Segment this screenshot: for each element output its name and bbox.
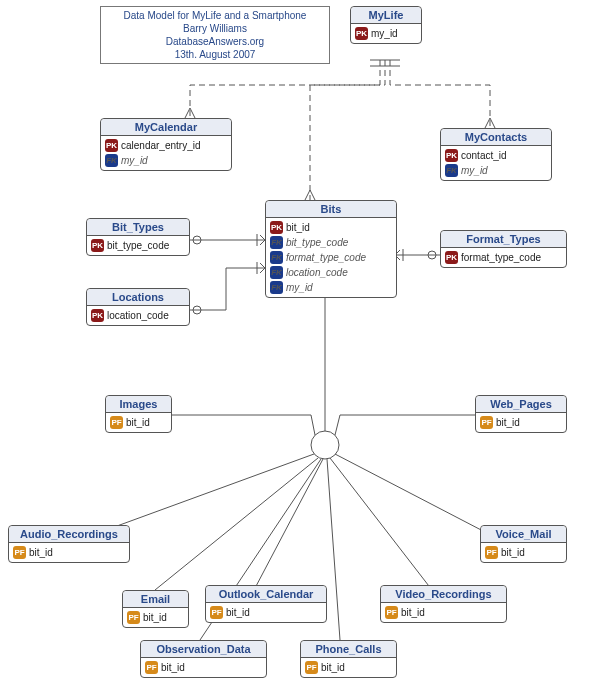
entity-observation-data[interactable]: Observation_Data PFbit_id — [140, 640, 267, 678]
svg-point-3 — [311, 431, 339, 459]
fk-badge-icon: FK — [105, 154, 118, 167]
entity-audio-recordings[interactable]: Audio_Recordings PFbit_id — [8, 525, 130, 563]
entity-phone-calls[interactable]: Phone_Calls PFbit_id — [300, 640, 397, 678]
pk-badge-icon: PK — [270, 221, 283, 234]
title-line-3: DatabaseAnswers.org — [105, 35, 325, 48]
entity-bit-types[interactable]: Bit_Types PKbit_type_code — [86, 218, 190, 256]
pf-badge-icon: PF — [210, 606, 223, 619]
entity-format-types[interactable]: Format_Types PKformat_type_code — [440, 230, 567, 268]
pk-badge-icon: PK — [91, 239, 104, 252]
pk-badge-icon: PK — [445, 251, 458, 264]
entity-header: MyLife — [351, 7, 421, 24]
pf-badge-icon: PF — [305, 661, 318, 674]
fk-badge-icon: FK — [270, 266, 283, 279]
entity-locations[interactable]: Locations PKlocation_code — [86, 288, 190, 326]
entity-web-pages[interactable]: Web_Pages PFbit_id — [475, 395, 567, 433]
pk-badge-icon: PK — [91, 309, 104, 322]
diagram-title: Data Model for MyLife and a Smartphone B… — [100, 6, 330, 64]
pk-badge-icon: PK — [355, 27, 368, 40]
pk-badge-icon: PK — [105, 139, 118, 152]
pf-badge-icon: PF — [110, 416, 123, 429]
entity-mycontacts[interactable]: MyContacts PKcontact_id FKmy_id — [440, 128, 552, 181]
title-line-1: Data Model for MyLife and a Smartphone — [105, 9, 325, 22]
entity-video-recordings[interactable]: Video_Recordings PFbit_id — [380, 585, 507, 623]
fk-badge-icon: FK — [270, 251, 283, 264]
title-line-2: Barry Williams — [105, 22, 325, 35]
entity-voice-mail[interactable]: Voice_Mail PFbit_id — [480, 525, 567, 563]
pf-badge-icon: PF — [480, 416, 493, 429]
fk-badge-icon: FK — [270, 236, 283, 249]
entity-mycalendar[interactable]: MyCalendar PKcalendar_entry_id FKmy_id — [100, 118, 232, 171]
pf-badge-icon: PF — [385, 606, 398, 619]
svg-point-0 — [193, 236, 201, 244]
title-line-4: 13th. August 2007 — [105, 48, 325, 61]
entity-images[interactable]: Images PFbit_id — [105, 395, 172, 433]
fk-badge-icon: FK — [270, 281, 283, 294]
svg-point-2 — [428, 251, 436, 259]
svg-point-1 — [193, 306, 201, 314]
entity-bits[interactable]: Bits PKbit_id FKbit_type_code FKformat_t… — [265, 200, 397, 298]
entity-mylife[interactable]: MyLife PKmy_id — [350, 6, 422, 44]
pf-badge-icon: PF — [485, 546, 498, 559]
pf-badge-icon: PF — [13, 546, 26, 559]
entity-body: PKmy_id — [351, 24, 421, 43]
fk-badge-icon: FK — [445, 164, 458, 177]
pf-badge-icon: PF — [145, 661, 158, 674]
pk-badge-icon: PK — [445, 149, 458, 162]
pf-badge-icon: PF — [127, 611, 140, 624]
entity-email[interactable]: Email PFbit_id — [122, 590, 189, 628]
entity-outlook-calendar[interactable]: Outlook_Calendar PFbit_id — [205, 585, 327, 623]
